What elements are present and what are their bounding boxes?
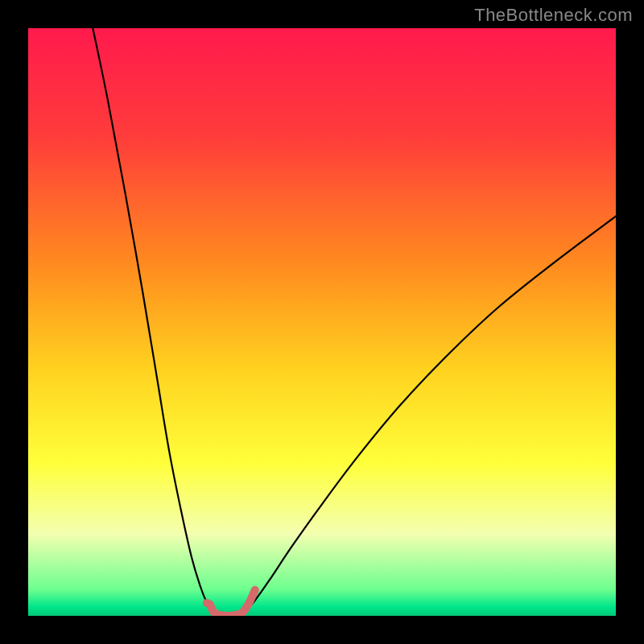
gradient-background xyxy=(28,28,616,616)
bottleneck-chart xyxy=(0,0,644,644)
watermark-text: TheBottleneck.com xyxy=(474,5,633,26)
chart-stage: TheBottleneck.com xyxy=(0,0,644,644)
marker-dot xyxy=(203,599,211,607)
